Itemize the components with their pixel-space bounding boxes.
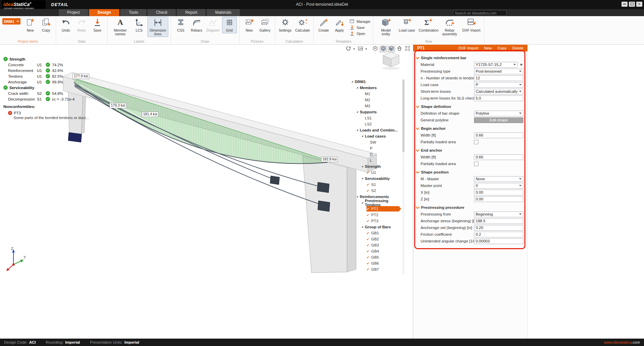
tree-expand-icon[interactable] — [361, 165, 363, 167]
tree-item-u1[interactable]: ✔U1 — [351, 169, 401, 176]
copy-button[interactable]: Copy — [39, 17, 53, 33]
x-in-input[interactable] — [474, 190, 523, 195]
tree-expand-icon[interactable] — [356, 196, 358, 197]
tree-item-s2[interactable]: ✔S2 — [351, 188, 401, 194]
chevron-down-icon[interactable] — [353, 48, 355, 50]
wireframe-cube-button[interactable] — [372, 46, 379, 52]
prestressing-type-select[interactable]: Post-tensioned — [474, 69, 523, 74]
tree-item-gb7[interactable]: ✔GB7 — [351, 266, 401, 272]
tree-scrollbar-thumb[interactable] — [402, 80, 404, 152]
add-material-button[interactable]: + — [519, 62, 523, 67]
nonconformity-item[interactable]: ×PT3 — [3, 110, 97, 116]
tree-item-m3[interactable]: M3 — [351, 103, 401, 109]
tree-item-prestressing-tendons[interactable]: Prestressing Tendons — [351, 200, 401, 206]
tree-item-m2[interactable]: M2 — [351, 97, 401, 103]
section-header-prestressing-procedure[interactable]: Prestressing procedure — [413, 204, 527, 211]
unintended-angular-change-1-in-input[interactable] — [474, 238, 523, 244]
tree-expand-icon[interactable] — [361, 135, 363, 137]
lcs-button[interactable]: LCS — [132, 17, 146, 33]
capture-button[interactable] — [357, 46, 364, 52]
save-menu-item[interactable]: Save — [349, 25, 370, 30]
friction-coefficient-input[interactable] — [474, 232, 523, 237]
tree-item-pt2[interactable]: ✔PT2 — [351, 212, 401, 218]
search-input[interactable] — [453, 10, 507, 16]
load-case-select[interactable]: P — [474, 82, 523, 88]
tab-tools[interactable]: Tools — [120, 9, 146, 16]
partially-loaded-area-checkbox[interactable] — [474, 140, 478, 144]
anchorage-stress-beginning-ksi-input[interactable] — [474, 218, 523, 224]
edit-shape-button[interactable]: Edit shape — [474, 117, 523, 123]
rebars-button[interactable]: Rebars — [189, 17, 204, 33]
tree-item-ls2[interactable]: LS2 — [351, 121, 401, 127]
checked-visibility-icon[interactable]: ✔ — [367, 249, 371, 253]
orbit-button[interactable] — [345, 46, 352, 52]
tree-item-serviceability[interactable]: Serviceability — [351, 176, 401, 182]
checked-visibility-icon[interactable]: ✔ — [367, 237, 371, 241]
checked-visibility-icon[interactable]: ✔ — [367, 219, 371, 223]
new-button[interactable]: New — [484, 46, 492, 50]
checked-visibility-icon[interactable]: ✔ — [367, 231, 371, 235]
tree-item-gb2[interactable]: ✔GB2 — [351, 236, 401, 242]
new-button[interactable]: New — [23, 17, 38, 33]
member-names-button[interactable]: AMember names — [110, 17, 131, 37]
project-item-selector[interactable]: DRM1 — [2, 18, 20, 25]
undo-button[interactable]: Undo — [58, 17, 73, 33]
checked-visibility-icon[interactable]: ✔ — [367, 213, 371, 217]
3d-viewport[interactable]: 177.9 ksi179.3 ksi181.4 ksi182.8 ksi ✓St… — [0, 45, 413, 339]
css-button[interactable]: CSS — [173, 17, 188, 33]
checked-visibility-icon[interactable]: ✔ — [367, 207, 371, 211]
calculate-button[interactable]: +-Calculate — [294, 17, 311, 33]
tree-scrollbar[interactable] — [402, 79, 404, 274]
minimize-button[interactable] — [621, 2, 628, 7]
combination-button[interactable]: ΣCombination — [417, 17, 438, 33]
tree-item-p[interactable]: P — [351, 145, 401, 151]
new-button[interactable]: New — [242, 17, 257, 33]
copy-button[interactable]: Copy — [498, 46, 507, 50]
checked-visibility-icon[interactable]: ✔ — [367, 267, 371, 271]
section-header-single-reinforcement-bar[interactable]: Single reinforcement bar — [413, 54, 527, 61]
tree-item-gb1[interactable]: ✔GB1 — [351, 230, 401, 236]
tab-check[interactable]: Check — [147, 9, 176, 16]
tree-expand-icon[interactable] — [361, 202, 363, 203]
material-select[interactable]: Y1725-S7-15,2 — [474, 62, 518, 68]
section-header-shape-definition[interactable]: Shape definition — [413, 103, 527, 110]
checked-visibility-icon[interactable]: ✔ — [367, 243, 371, 247]
section-header-begin-anchor[interactable]: Begin anchor — [413, 125, 527, 132]
tree-item-group-of-bars[interactable]: Group of Bars — [351, 224, 401, 230]
gallery-button[interactable]: Gallery — [258, 17, 272, 33]
tree-item-sw[interactable]: SW — [351, 139, 401, 145]
tree-expand-icon[interactable] — [356, 87, 358, 88]
checked-visibility-icon[interactable]: ✔ — [367, 255, 371, 259]
zoom-fit-button[interactable] — [404, 46, 411, 52]
rebar-assembly-button[interactable]: Rebar assembly — [439, 17, 460, 37]
n-number-of-strands-in-tendon-input[interactable] — [474, 75, 523, 81]
long-term-losses-for-sls-check-input[interactable] — [474, 95, 523, 101]
tab-materials[interactable]: Materials — [207, 9, 240, 16]
tree-item-load-cases[interactable]: Load cases — [351, 133, 401, 139]
tree-item-pt3[interactable]: ✔PT3 — [351, 218, 401, 224]
close-button[interactable]: × — [636, 2, 642, 7]
tree-item-gb6[interactable]: ✔GB6 — [351, 260, 401, 266]
checked-visibility-icon[interactable]: ✔ — [367, 183, 371, 187]
right-column[interactable] — [303, 156, 356, 273]
tree-item-ls1[interactable]: LS1 — [351, 115, 401, 121]
anchorage-set-beginning-in-input[interactable] — [474, 225, 523, 231]
m-master-select[interactable]: None — [474, 176, 523, 182]
tree-item-loads-and-combin[interactable]: Loads and Combin... — [351, 127, 401, 133]
apply-button[interactable]: Apply — [332, 17, 347, 33]
tab-design[interactable]: Design — [89, 9, 119, 16]
chevron-down-icon[interactable] — [365, 48, 367, 50]
short-term-losses-select[interactable]: Calculated automatically — [474, 89, 523, 94]
z-in-input[interactable] — [474, 196, 523, 202]
dxf-import-button[interactable]: DXFDXF Import — [461, 17, 482, 33]
tree-item-m1[interactable]: M1 — [351, 91, 401, 97]
tree-item-l[interactable]: L — [351, 157, 401, 163]
dxf-import-button[interactable]: DXF Import — [459, 46, 478, 50]
checked-visibility-icon[interactable]: ✔ — [367, 170, 371, 175]
tab-report[interactable]: Report — [177, 9, 206, 16]
tree-expand-icon[interactable] — [361, 178, 363, 179]
create-button[interactable]: Create — [316, 17, 331, 33]
model-entity-button[interactable]: Model entity — [376, 17, 396, 37]
tree-item-pt1[interactable]: ✔PT1 — [351, 206, 401, 212]
delete-button[interactable]: Delete — [512, 46, 523, 50]
